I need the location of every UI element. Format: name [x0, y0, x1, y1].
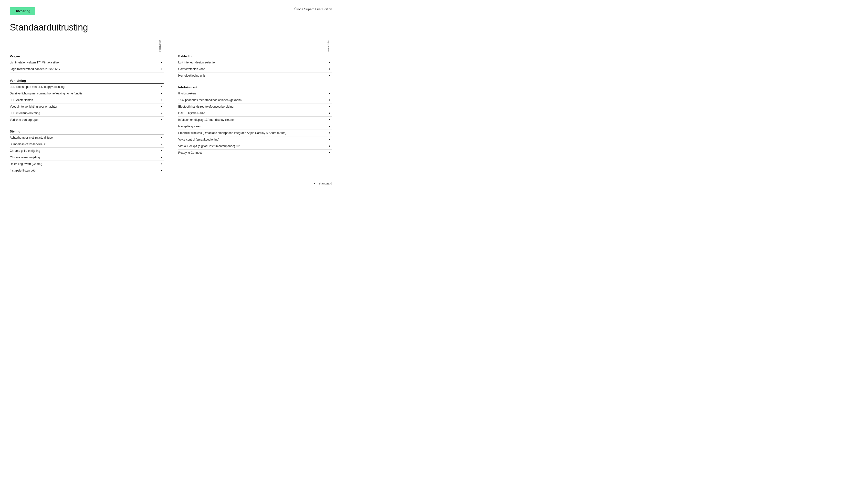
feature-row: Chrome raamomlijsting• — [10, 154, 163, 161]
feature-name: Comfortstoelen vóór — [178, 67, 327, 71]
footer-legend: • = standaard — [314, 181, 332, 186]
feature-dot: • — [327, 124, 332, 128]
feature-name: Loft interieur design selectie — [178, 61, 327, 64]
feature-dot: • — [159, 149, 163, 153]
legend-dot: • — [314, 181, 315, 186]
feature-dot: • — [327, 92, 332, 95]
feature-dot: • — [159, 169, 163, 172]
feature-row: 8 luidsprekers• — [178, 90, 332, 97]
car-title: Škoda Superb First Edition — [294, 7, 332, 11]
feature-dot: • — [159, 111, 163, 115]
feature-row: Bluetooth handsfree telefoonvoorbereidin… — [178, 103, 332, 110]
content-columns: First Edition VelgenLichtmetalen velgen … — [10, 40, 332, 174]
feature-dot: • — [159, 85, 163, 89]
feature-dot: • — [327, 138, 332, 141]
feature-row: Voice control (spraakbediening)• — [178, 136, 332, 143]
feature-row: Smartlink wireless (Draadloze smartphone… — [178, 130, 332, 136]
feature-row: Achterbumper met zwarte diffuser• — [10, 134, 163, 141]
feature-name: Hemelbekleding grijs — [178, 74, 327, 77]
feature-dot: • — [159, 105, 163, 108]
feature-dot: • — [159, 67, 163, 71]
feature-name: Smartlink wireless (Draadloze smartphone… — [178, 131, 327, 135]
badge: Uitvoering — [10, 7, 35, 15]
section-title-1: Verlichting — [10, 77, 163, 84]
feature-dot: • — [159, 92, 163, 95]
feature-dot: • — [327, 131, 332, 135]
feature-name: Voetruimte verlichting voor en achter — [10, 105, 159, 108]
feature-row: Voetruimte verlichting voor en achter• — [10, 103, 163, 110]
feature-name: Voice control (spraakbediening) — [178, 138, 327, 141]
page-header: Uitvoering Škoda Superb First Edition — [10, 7, 332, 15]
feature-row: Instapsierlijsten vóór• — [10, 167, 163, 174]
feature-row: LED Koplampen met LED dagrijverlichting• — [10, 84, 163, 90]
feature-row: DAB+ Digitale Radio• — [178, 110, 332, 117]
section-title-0: Velgen — [10, 53, 163, 59]
feature-row: 15W phonebox met draadloos opladen (geko… — [178, 97, 332, 103]
page-title: Standaarduitrusting — [10, 22, 332, 33]
feature-row: Bumpers in carosseriekleur• — [10, 141, 163, 148]
section-title-0: Bekleding — [178, 53, 332, 59]
feature-row: Loft interieur design selectie• — [178, 59, 332, 66]
feature-name: Verlichte portiergrepen — [10, 118, 159, 122]
feature-dot: • — [159, 136, 163, 139]
feature-row: Virtual Cockpit (digitaal instrumentenpa… — [178, 143, 332, 150]
feature-dot: • — [327, 74, 332, 77]
feature-name: Navigatiesysteem — [178, 125, 327, 128]
feature-dot: • — [327, 61, 332, 64]
feature-name: LED Koplampen met LED dagrijverlichting — [10, 85, 159, 89]
feature-name: LED Achterlichten — [10, 98, 159, 102]
feature-row: Hemelbekleding grijs• — [178, 72, 332, 79]
feature-name: Achterbumper met zwarte diffuser — [10, 136, 159, 139]
feature-name: Chrome grille omlijsting — [10, 149, 159, 153]
feature-name: Virtual Cockpit (digitaal instrumentenpa… — [178, 144, 327, 148]
feature-name: Ready to Connect — [178, 151, 327, 155]
feature-dot: • — [327, 98, 332, 102]
legend-text: = standaard — [316, 182, 332, 185]
feature-name: Instapsierlijsten vóór — [10, 169, 159, 172]
section-title-2: Styling — [10, 128, 163, 134]
feature-dot: • — [327, 118, 332, 122]
feature-row: Navigatiesysteem• — [178, 123, 332, 130]
feature-name: Infotainmentdisplay 13" met display clea… — [178, 118, 327, 122]
feature-dot: • — [327, 151, 332, 155]
feature-name: 15W phonebox met draadloos opladen (geko… — [178, 98, 327, 102]
right-column-label: First Edition — [327, 40, 332, 52]
feature-name: Lage rolweerstand banden 215/55 R17 — [10, 67, 159, 71]
feature-row: LED Achterlichten• — [10, 97, 163, 103]
feature-dot: • — [327, 67, 332, 71]
right-column-header: First Edition — [178, 40, 332, 52]
feature-dot: • — [327, 105, 332, 108]
feature-name: Dagrijverlichting met coming home/leavin… — [10, 92, 159, 95]
feature-row: Dagrijverlichting met coming home/leavin… — [10, 90, 163, 97]
feature-row: Dakrailing Zwart (Combi)• — [10, 161, 163, 167]
feature-name: LED interieurverlichting — [10, 111, 159, 115]
feature-row: Chrome grille omlijsting• — [10, 148, 163, 154]
feature-row: Comfortstoelen vóór• — [178, 66, 332, 72]
left-column: First Edition VelgenLichtmetalen velgen … — [10, 40, 163, 174]
feature-row: Infotainmentdisplay 13" met display clea… — [178, 117, 332, 123]
feature-name: Bumpers in carosseriekleur — [10, 142, 159, 146]
right-column: First Edition BekledingLoft interieur de… — [178, 40, 332, 174]
feature-name: Chrome raamomlijsting — [10, 156, 159, 159]
feature-name: Lichtmetalen velgen 17" Mintaka zilver — [10, 61, 159, 64]
feature-name: 8 luidsprekers — [178, 92, 327, 95]
feature-dot: • — [159, 61, 163, 64]
feature-row: LED interieurverlichting• — [10, 110, 163, 117]
feature-dot: • — [159, 98, 163, 102]
feature-dot: • — [159, 142, 163, 146]
left-column-header: First Edition — [10, 40, 163, 52]
feature-dot: • — [159, 162, 163, 166]
feature-dot: • — [159, 156, 163, 159]
feature-dot: • — [327, 144, 332, 148]
left-column-label: First Edition — [159, 40, 163, 52]
section-title-1: Infotainment — [178, 84, 332, 90]
feature-row: Lage rolweerstand banden 215/55 R17• — [10, 66, 163, 72]
feature-row: Verlichte portiergrepen• — [10, 117, 163, 123]
feature-dot: • — [327, 111, 332, 115]
footer: • = standaard — [10, 181, 332, 186]
feature-name: DAB+ Digitale Radio — [178, 111, 327, 115]
feature-row: Lichtmetalen velgen 17" Mintaka zilver• — [10, 59, 163, 66]
feature-row: Ready to Connect• — [178, 150, 332, 156]
feature-dot: • — [159, 118, 163, 122]
feature-name: Dakrailing Zwart (Combi) — [10, 162, 159, 166]
